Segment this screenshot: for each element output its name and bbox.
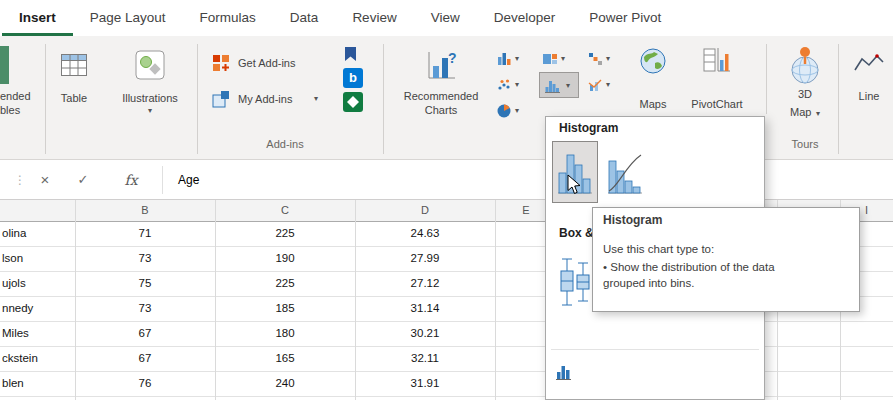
my-addins-icon	[212, 90, 230, 112]
cell-d-row7[interactable]: 31.91	[355, 371, 495, 396]
pie-chart-icon	[497, 104, 511, 122]
cell-c-row1[interactable]: 225	[215, 221, 355, 246]
ribbon-tab-bar: Insert Page Layout Formulas Data Review …	[0, 0, 893, 36]
insert-hierarchy-chart-button[interactable]: ▾	[540, 47, 574, 71]
cell-b-row4[interactable]: 73	[75, 296, 215, 321]
insert-function-icon[interactable]: fx	[116, 160, 146, 200]
cell-b-row2[interactable]: 73	[75, 246, 215, 271]
group-separator	[766, 44, 767, 114]
column-header-d[interactable]: D	[355, 200, 495, 221]
cell-b-row3[interactable]: 75	[75, 271, 215, 296]
column-header-c[interactable]: C	[215, 200, 355, 221]
cell-a-row1[interactable]: olina	[2, 221, 73, 246]
recommended-pivottables-partial-label-2[interactable]: bles	[0, 104, 20, 117]
tooltip-title: Histogram	[603, 213, 662, 227]
tab-data[interactable]: Data	[273, 0, 336, 36]
cell-c-row6[interactable]: 165	[215, 346, 355, 371]
tooltip-bullet-1: • Show the distribution of the data	[603, 261, 775, 273]
globe-icon	[640, 48, 666, 78]
insert-scatter-chart-button[interactable]: ▾	[494, 73, 528, 97]
maps-button[interactable]: Maps	[628, 46, 678, 114]
table-button[interactable]: Table	[48, 44, 100, 116]
cell-a-row5[interactable]: Miles	[2, 321, 73, 346]
recommended-charts-button[interactable]: ? Recommended Charts	[388, 44, 494, 148]
tab-view[interactable]: View	[414, 0, 477, 36]
get-addins-button[interactable]: Get Add-ins	[206, 50, 332, 76]
cell-c-row4[interactable]: 185	[215, 296, 355, 321]
cell-b-row5[interactable]: 67	[75, 321, 215, 346]
chevron-down-icon: ▾	[561, 55, 565, 63]
cancel-entry-icon[interactable]: ×	[34, 160, 56, 200]
sparkline-line-button[interactable]: Line	[846, 46, 892, 108]
green-addin-icon[interactable]	[343, 92, 363, 116]
grid-line	[495, 200, 496, 400]
insert-statistic-chart-button[interactable]: ▾	[539, 72, 579, 98]
cell-c-row7[interactable]: 240	[215, 371, 355, 396]
tab-page-layout[interactable]: Page Layout	[73, 0, 183, 36]
chevron-down-icon: ▾	[606, 81, 610, 89]
more-statistical-charts-item[interactable]	[547, 355, 763, 389]
combo-chart-icon	[588, 78, 602, 96]
cell-d-row3[interactable]: 27.12	[355, 271, 495, 296]
tab-formulas[interactable]: Formulas	[183, 0, 273, 36]
cell-b-row7[interactable]: 76	[75, 371, 215, 396]
cell-a-row2[interactable]: lson	[2, 246, 73, 271]
pareto-gallery-icon	[606, 147, 644, 197]
my-addins-button[interactable]: My Add-ins ▾	[206, 86, 332, 112]
excel-window: Insert Page Layout Formulas Data Review …	[0, 0, 893, 400]
cell-c-row5[interactable]: 180	[215, 321, 355, 346]
bing-addin-icon[interactable]: b	[343, 68, 363, 88]
waterfall-chart-icon	[588, 52, 602, 70]
insert-column-chart-button[interactable]: ▾	[494, 47, 528, 71]
maps-label: Maps	[628, 98, 678, 110]
3d-map-label-1: 3D	[774, 88, 836, 100]
addins-group-label: Add-ins	[200, 138, 370, 150]
chevron-down-icon: ▾	[566, 82, 570, 90]
pivotchart-label: PivotChart	[680, 98, 754, 110]
hierarchy-chart-icon	[543, 52, 557, 70]
table-icon	[61, 54, 87, 80]
insert-pie-chart-button[interactable]: ▾	[494, 99, 528, 123]
cell-b-row6[interactable]: 67	[75, 346, 215, 371]
3d-map-button[interactable]: 3D Map ▾	[774, 44, 836, 124]
cell-b-row1[interactable]: 71	[75, 221, 215, 246]
cell-a-row4[interactable]: nnedy	[2, 296, 73, 321]
name-box-divider-icon: ⋮	[14, 160, 24, 200]
pareto-gallery-item[interactable]	[602, 141, 648, 203]
tab-insert[interactable]: Insert	[2, 0, 73, 36]
cell-d-row6[interactable]: 32.11	[355, 346, 495, 371]
chevron-down-icon: ▾	[816, 109, 820, 118]
get-addins-label: Get Add-ins	[238, 50, 295, 76]
formula-input[interactable]: Age	[178, 160, 478, 200]
recommended-charts-label-1: Recommended	[388, 90, 494, 102]
histogram-chart-icon	[545, 79, 561, 97]
tab-developer[interactable]: Developer	[477, 0, 573, 36]
mini-histogram-icon	[556, 364, 572, 384]
pivotchart-button[interactable]: PivotChart	[680, 46, 754, 114]
chevron-down-icon: ▾	[515, 107, 519, 115]
tab-review[interactable]: Review	[335, 0, 413, 36]
bookmark-addin-icon[interactable]	[344, 46, 358, 66]
cell-d-row4[interactable]: 31.14	[355, 296, 495, 321]
insert-combo-chart-button[interactable]: ▾	[585, 73, 619, 97]
recommended-pivottables-partial-label-1[interactable]: ended	[0, 90, 31, 103]
svg-text:?: ?	[448, 50, 457, 66]
cell-a-row6[interactable]: ckstein	[2, 346, 73, 371]
scatter-chart-icon	[497, 78, 511, 96]
store-icon	[212, 54, 230, 76]
insert-waterfall-chart-button[interactable]: ▾	[585, 47, 619, 71]
chevron-down-icon: ▾	[515, 81, 519, 89]
cell-c-row2[interactable]: 190	[215, 246, 355, 271]
pivottable-icon	[0, 46, 9, 84]
cell-a-row3[interactable]: ujols	[2, 271, 73, 296]
cell-d-row1[interactable]: 24.63	[355, 221, 495, 246]
tab-power-pivot[interactable]: Power Pivot	[572, 0, 678, 36]
confirm-entry-icon[interactable]: ✓	[72, 160, 94, 200]
cell-d-row2[interactable]: 27.99	[355, 246, 495, 271]
illustrations-button[interactable]: Illustrations ▾	[104, 44, 196, 128]
column-header-b[interactable]: B	[75, 200, 215, 221]
illustrations-button-label: Illustrations	[104, 92, 196, 104]
cell-c-row3[interactable]: 225	[215, 271, 355, 296]
cell-d-row5[interactable]: 30.21	[355, 321, 495, 346]
cell-a-row7[interactable]: blen	[2, 371, 73, 396]
